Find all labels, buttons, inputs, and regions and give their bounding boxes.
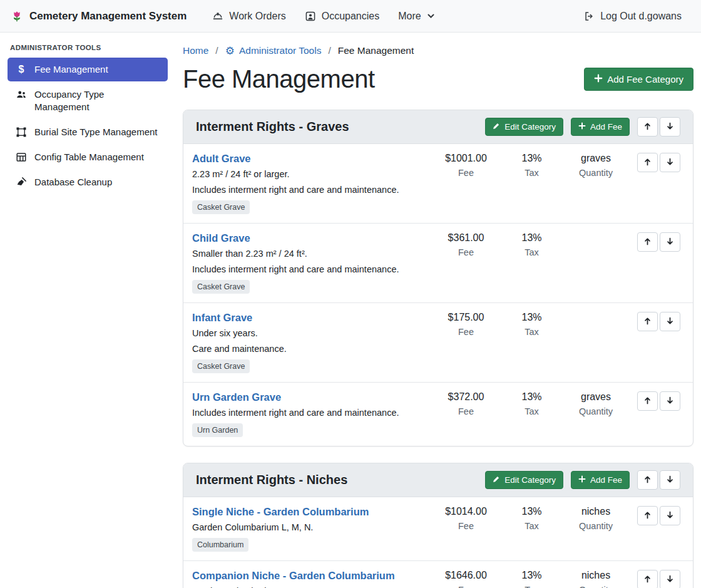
- tax-col: 13% Tax: [502, 232, 561, 257]
- move-fee-down-button[interactable]: [660, 391, 680, 411]
- brand[interactable]: Cemetery Management System: [10, 9, 187, 23]
- breadcrumb-separator: /: [328, 45, 330, 56]
- arrow-up-icon: [643, 396, 652, 406]
- breadcrumb-admin-label: Administrator Tools: [239, 45, 322, 56]
- add-fee-button[interactable]: Add Fee: [571, 118, 630, 136]
- sidebar-item-burial-site-type-management[interactable]: Burial Site Type Management: [8, 120, 168, 144]
- sidebar-item-label: Fee Management: [34, 63, 108, 76]
- tax-value: 13%: [502, 570, 561, 581]
- app-window: Cemetery Management System Work Orders: [0, 0, 701, 588]
- fee-amount: $361.00: [430, 232, 502, 244]
- fee-reorder-controls: [637, 570, 680, 588]
- category-header: Interment Rights - Niches Edit Category: [183, 463, 693, 497]
- move-category-up-button[interactable]: [637, 117, 658, 137]
- breadcrumb-current: Fee Management: [338, 45, 414, 56]
- quantity-label: Quantity: [561, 521, 630, 531]
- move-fee-up-button[interactable]: [637, 570, 658, 588]
- edit-category-button[interactable]: Edit Category: [485, 471, 563, 489]
- brand-title: Cemetery Management System: [29, 10, 187, 23]
- move-category-down-button[interactable]: [660, 117, 680, 137]
- add-fee-button[interactable]: Add Fee: [571, 471, 630, 489]
- pencil-icon: [493, 122, 500, 132]
- fee-row: Companion Niche - Garden Columbarium Gar…: [183, 560, 693, 588]
- sidebar-item-database-cleanup[interactable]: Database Cleanup: [8, 170, 168, 194]
- move-fee-up-button[interactable]: [637, 153, 658, 172]
- fee-amount-label: Fee: [430, 168, 502, 178]
- fee-name-link[interactable]: Infant Grave: [192, 312, 252, 324]
- move-fee-up-button[interactable]: [637, 312, 658, 331]
- edit-category-button[interactable]: Edit Category: [485, 118, 563, 136]
- tax-label: Tax: [502, 406, 561, 416]
- quantity-col: graves Quantity: [561, 391, 630, 416]
- fee-amount-col: $361.00 Fee: [430, 232, 502, 257]
- breadcrumb-home-link[interactable]: Home: [183, 45, 208, 56]
- breadcrumb: Home / ⚙ Administrator Tools / Fee Manag…: [183, 45, 693, 56]
- users-icon: [14, 89, 29, 100]
- fee-reorder-controls: [637, 312, 680, 331]
- move-fee-up-button[interactable]: [637, 232, 658, 252]
- fee-name-link[interactable]: Single Niche - Garden Columbarium: [192, 506, 369, 518]
- fee-info: Adult Grave 2.23 m² / 24 ft² or larger. …: [192, 153, 430, 214]
- pencil-icon: [493, 475, 500, 485]
- sidebar-item-occupancy-type-management[interactable]: Occupancy Type Management: [8, 83, 168, 119]
- logout-icon: [583, 11, 595, 22]
- arrow-down-icon: [666, 158, 674, 168]
- fee-info: Companion Niche - Garden Columbarium Gar…: [192, 570, 430, 588]
- fee-name-link[interactable]: Adult Grave: [192, 153, 251, 165]
- arrow-down-icon: [666, 122, 674, 132]
- arrow-down-icon: [666, 396, 674, 406]
- fee-amount-col: $1014.00 Fee: [430, 506, 502, 531]
- fee-name-link[interactable]: Urn Garden Grave: [192, 391, 281, 403]
- move-fee-down-button[interactable]: [660, 153, 680, 172]
- fee-amount-label: Fee: [430, 247, 502, 257]
- nav-work-orders[interactable]: Work Orders: [212, 11, 285, 22]
- nav-more[interactable]: More: [398, 11, 434, 22]
- move-fee-up-button[interactable]: [637, 506, 658, 525]
- move-category-down-button[interactable]: [660, 470, 680, 490]
- fee-amount: $1001.00: [430, 153, 502, 164]
- arrow-down-icon: [666, 575, 674, 585]
- fee-amount-col: $372.00 Fee: [430, 391, 502, 416]
- breadcrumb-admin-link[interactable]: ⚙ Administrator Tools: [225, 45, 322, 56]
- plus-icon: [578, 122, 586, 132]
- move-fee-down-button[interactable]: [660, 232, 680, 252]
- arrow-down-icon: [666, 317, 674, 327]
- category-list: Interment Rights - Graves Edit Category: [183, 110, 693, 588]
- category-title: Interment Rights - Niches: [196, 473, 347, 487]
- fee-list: Adult Grave 2.23 m² / 24 ft² or larger. …: [183, 144, 693, 446]
- main-content: Home / ⚙ Administrator Tools / Fee Manag…: [175, 33, 701, 588]
- fee-type-badge: Casket Grave: [192, 280, 250, 294]
- sidebar-heading: Administrator Tools: [0, 38, 175, 56]
- move-fee-up-button[interactable]: [637, 391, 658, 411]
- fee-amount: $1646.00: [430, 570, 502, 581]
- fee-list: Single Niche - Garden Columbarium Garden…: [183, 497, 693, 588]
- arrow-down-icon: [666, 475, 674, 485]
- move-category-up-button[interactable]: [637, 470, 658, 490]
- quantity-col: graves Quantity: [561, 153, 630, 178]
- move-fee-down-button[interactable]: [660, 506, 680, 525]
- edit-category-label: Edit Category: [504, 122, 556, 132]
- breadcrumb-separator: /: [215, 45, 218, 56]
- arrow-up-icon: [643, 575, 652, 585]
- logout-button[interactable]: Log Out d.gowans: [583, 11, 682, 22]
- plus-icon: [594, 74, 603, 85]
- sidebar-item-fee-management[interactable]: $ Fee Management: [8, 58, 168, 81]
- category-title: Interment Rights - Graves: [196, 120, 349, 134]
- fee-name-link[interactable]: Child Grave: [192, 232, 250, 244]
- add-fee-category-button[interactable]: Add Fee Category: [584, 68, 693, 91]
- nav-occupancies[interactable]: Occupancies: [305, 11, 380, 22]
- move-fee-down-button[interactable]: [660, 312, 680, 331]
- fee-name-link[interactable]: Companion Niche - Garden Columbarium: [192, 570, 395, 582]
- tax-col: 13% Tax: [502, 153, 561, 178]
- quantity-label: Quantity: [561, 406, 630, 416]
- fee-info: Single Niche - Garden Columbarium Garden…: [192, 506, 430, 552]
- tax-value: 13%: [502, 232, 561, 244]
- sidebar-item-config-table-management[interactable]: Config Table Management: [8, 145, 168, 169]
- fee-description-1: Under six years.: [192, 328, 430, 338]
- arrow-up-icon: [643, 122, 652, 132]
- arrow-up-icon: [643, 317, 652, 327]
- category-header: Interment Rights - Graves Edit Category: [183, 110, 693, 144]
- fee-reorder-controls: [637, 153, 680, 172]
- move-fee-down-button[interactable]: [660, 570, 680, 588]
- fee-amount-col: $175.00 Fee: [430, 312, 502, 337]
